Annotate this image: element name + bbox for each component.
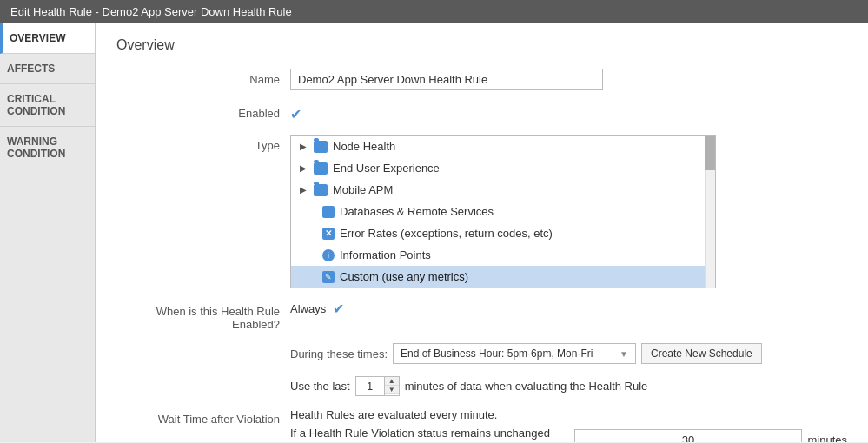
use-last-text: Use the last — [290, 380, 350, 393]
name-control — [290, 69, 847, 90]
sidebar-label-affects: AFFECTS — [7, 63, 55, 75]
minutes-label: minutes of data when evaluating the Heal… — [405, 380, 648, 393]
always-checkbox[interactable]: ✔ — [333, 301, 344, 317]
when-enabled-control: Always ✔ — [290, 301, 847, 317]
wait-time-unit: minutes — [807, 433, 847, 443]
sidebar-label-warning: WARNING CONDITION — [7, 136, 65, 160]
sidebar-item-overview[interactable]: OVERVIEW — [0, 23, 95, 54]
when-enabled-row: When is this Health Rule Enabled? Always… — [116, 301, 847, 331]
arrow-icon-end-user: ▶ — [300, 163, 307, 173]
type-option-end-user[interactable]: ▶ End User Experience — [291, 157, 715, 179]
chevron-down-icon: ▼ — [620, 349, 628, 359]
sidebar-item-critical[interactable]: CRITICAL CONDITION — [0, 84, 95, 127]
during-control: During these times: End of Business Hour… — [290, 343, 847, 364]
sidebar: OVERVIEW AFFECTS CRITICAL CONDITION WARN… — [0, 23, 96, 442]
use-last-label — [116, 376, 290, 380]
type-label-custom: Custom (use any metrics) — [340, 270, 468, 283]
arrow-icon-mobile: ▶ — [300, 185, 307, 195]
type-label-info-points: Information Points — [340, 248, 431, 261]
create-schedule-button[interactable]: Create New Schedule — [641, 343, 762, 364]
enabled-row: Enabled ✔ — [116, 102, 847, 122]
type-option-mobile-apm[interactable]: ▶ Mobile APM — [291, 179, 715, 201]
minutes-stepper-wrap: 1 ▲ ▼ — [355, 376, 400, 396]
enabled-checkbox[interactable]: ✔ — [290, 107, 301, 122]
folder-icon-mobile — [314, 184, 328, 196]
type-option-node-health[interactable]: ▶ Node Health — [291, 136, 715, 157]
use-last-control: Use the last 1 ▲ ▼ minutes of data when … — [290, 376, 847, 396]
during-row: During these times: End of Business Hour… — [116, 343, 847, 364]
sidebar-label-critical: CRITICAL CONDITION — [7, 93, 65, 117]
pencil-icon: ✎ — [322, 271, 335, 283]
name-input[interactable] — [290, 69, 603, 90]
type-label-mobile-apm: Mobile APM — [333, 183, 393, 196]
enabled-control: ✔ — [290, 102, 847, 122]
sidebar-item-warning[interactable]: WARNING CONDITION — [0, 127, 95, 169]
db-icon — [322, 206, 335, 218]
arrow-icon-node: ▶ — [300, 142, 307, 151]
stepper-down-button[interactable]: ▼ — [385, 386, 399, 394]
minutes-value: 1 — [356, 377, 384, 395]
type-option-databases[interactable]: Databases & Remote Services — [291, 201, 715, 222]
title-text: Edit Health Rule - Demo2 App Server Down… — [10, 5, 292, 18]
type-control: ▶ Node Health ▶ End User Experience — [290, 135, 847, 288]
folder-icon-node — [314, 141, 328, 153]
page-title: Overview — [116, 37, 847, 53]
type-row: Type ▶ Node Health ▶ E — [116, 135, 847, 288]
type-label-node-health: Node Health — [333, 140, 395, 153]
enabled-label: Enabled — [116, 102, 290, 120]
shield-icon: i — [322, 249, 335, 261]
during-time-value: End of Business Hour: 5pm-6pm, Mon-Fri — [401, 347, 593, 360]
wait-time-input[interactable] — [574, 429, 803, 443]
type-label: Type — [116, 135, 290, 152]
wait-time-row: Wait Time after Violation Health Rules a… — [116, 408, 847, 442]
always-label: Always — [290, 302, 326, 315]
type-label-error-rates: Error Rates (exceptions, return codes, e… — [340, 227, 553, 240]
sidebar-label-overview: OVERVIEW — [10, 32, 65, 44]
type-dropdown[interactable]: ▶ Node Health ▶ End User Experience — [290, 135, 716, 288]
type-list: ▶ Node Health ▶ End User Experience — [291, 136, 715, 288]
type-label-end-user: End User Experience — [333, 162, 440, 175]
wait-time-desc2: If a Health Rule Violation status remain… — [290, 426, 569, 442]
name-row: Name — [116, 69, 847, 90]
x-icon: ✕ — [322, 228, 335, 240]
stepper-up-button[interactable]: ▲ — [385, 377, 399, 386]
type-scrollbar-thumb — [705, 136, 715, 170]
during-label — [116, 343, 290, 347]
name-label: Name — [116, 69, 290, 86]
wait-time-control: Health Rules are evaluated every minute.… — [290, 408, 847, 442]
wait-time-desc1: Health Rules are evaluated every minute. — [290, 408, 847, 421]
during-label-text: During these times: — [290, 347, 388, 360]
main-content: Overview Name Enabled ✔ Type — [96, 23, 868, 442]
type-option-error-rates[interactable]: ✕ Error Rates (exceptions, return codes,… — [291, 222, 715, 244]
type-scrollbar-track — [705, 136, 715, 288]
wait-time-label: Wait Time after Violation — [116, 408, 290, 426]
type-label-databases: Databases & Remote Services — [340, 205, 494, 218]
folder-icon-end-user — [314, 162, 328, 175]
type-option-info-points[interactable]: i Information Points — [291, 244, 715, 266]
minutes-stepper: ▲ ▼ — [384, 377, 399, 395]
title-bar: Edit Health Rule - Demo2 App Server Down… — [0, 0, 868, 23]
when-enabled-label: When is this Health Rule Enabled? — [116, 301, 290, 331]
type-option-custom[interactable]: ✎ Custom (use any metrics) — [291, 266, 715, 288]
use-last-row: Use the last 1 ▲ ▼ minutes of data when … — [116, 376, 847, 396]
sidebar-item-affects[interactable]: AFFECTS — [0, 54, 95, 84]
during-time-select[interactable]: End of Business Hour: 5pm-6pm, Mon-Fri ▼ — [393, 343, 636, 364]
